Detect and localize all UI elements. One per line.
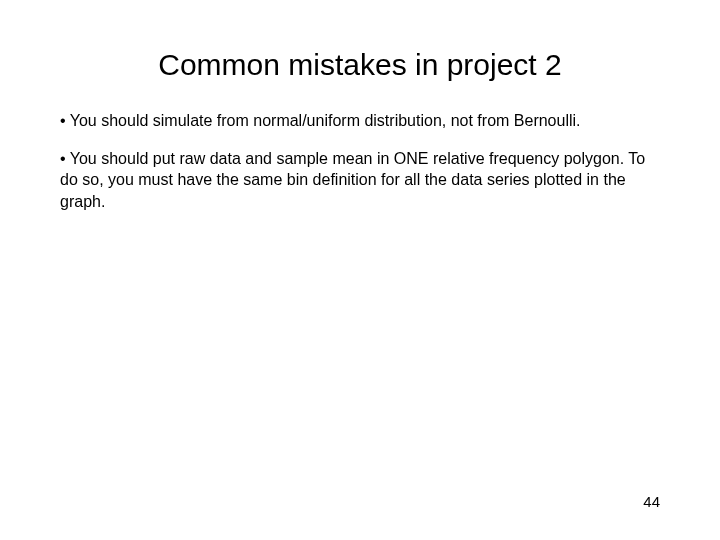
slide-title: Common mistakes in project 2: [60, 48, 660, 82]
bullet-point: • You should simulate from normal/unifor…: [60, 110, 660, 132]
bullet-point: • You should put raw data and sample mea…: [60, 148, 660, 213]
page-number: 44: [643, 493, 660, 510]
slide-container: Common mistakes in project 2 • You shoul…: [0, 0, 720, 540]
